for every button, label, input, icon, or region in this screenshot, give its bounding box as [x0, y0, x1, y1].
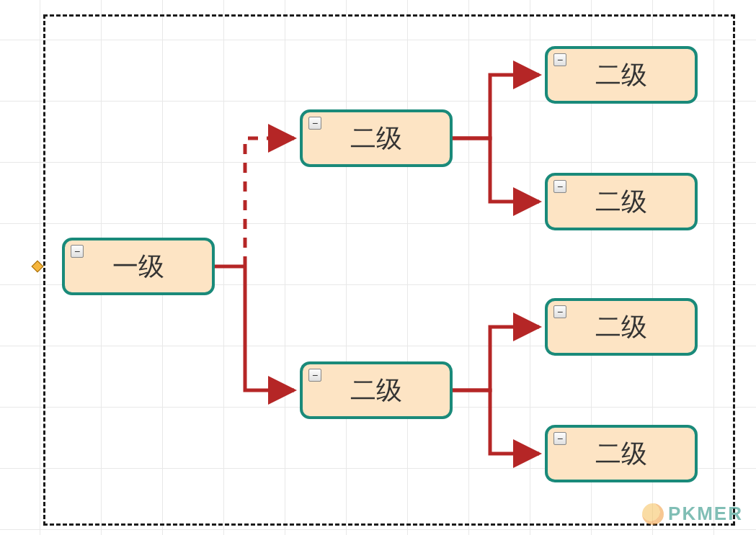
collapse-icon[interactable]: − [553, 180, 566, 193]
watermark-logo-icon [642, 503, 664, 525]
node-label: 二级 [595, 310, 647, 345]
collapse-icon[interactable]: − [553, 432, 566, 445]
node-label: 二级 [350, 121, 402, 156]
node-level3-d[interactable]: − 二级 [545, 425, 698, 482]
node-level2-upper[interactable]: − 二级 [300, 109, 453, 167]
node-label: 二级 [350, 373, 402, 408]
collapse-icon[interactable]: − [553, 305, 566, 318]
node-level2-lower[interactable]: − 二级 [300, 361, 453, 419]
node-label: 二级 [595, 184, 647, 220]
node-level3-a[interactable]: − 二级 [545, 46, 698, 104]
collapse-icon[interactable]: − [553, 53, 566, 66]
node-level3-c[interactable]: − 二级 [545, 298, 698, 356]
node-label: 二级 [595, 436, 647, 472]
node-level3-b[interactable]: − 二级 [545, 173, 698, 230]
collapse-icon[interactable]: − [71, 245, 84, 258]
node-label: 一级 [112, 249, 164, 284]
watermark-text: PKMER [668, 503, 743, 525]
node-level1[interactable]: − 一级 [62, 238, 215, 295]
collapse-icon[interactable]: − [308, 369, 321, 382]
node-label: 二级 [595, 58, 647, 93]
watermark: PKMER [642, 503, 743, 525]
collapse-icon[interactable]: − [308, 117, 321, 130]
